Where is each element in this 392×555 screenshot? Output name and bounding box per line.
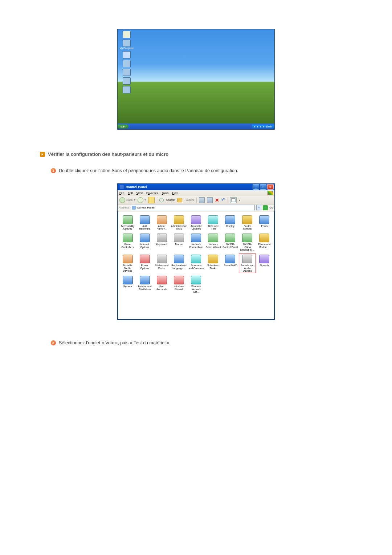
step-1: 1 Double-cliquez sur l'icône Sons et pér… bbox=[51, 168, 356, 174]
start-button[interactable]: start bbox=[118, 125, 128, 129]
step-number-badge: 1 bbox=[51, 168, 56, 173]
control-panel-item[interactable]: Display bbox=[222, 214, 239, 231]
item-label: Folder Options bbox=[240, 225, 255, 230]
control-panel-item[interactable]: Folder Options bbox=[239, 214, 256, 231]
item-label: SoundMAX bbox=[222, 264, 238, 267]
control-panel-item[interactable]: Network Setup Wizard bbox=[205, 232, 222, 252]
item-label: Sounds and Audio Devices bbox=[240, 264, 255, 272]
address-dropdown-button[interactable]: ▾ bbox=[256, 205, 261, 210]
desktop-icon[interactable] bbox=[119, 77, 134, 85]
control-panel-item[interactable]: Accessibility Options bbox=[119, 214, 136, 231]
back-button[interactable]: Back ▾ bbox=[119, 197, 135, 203]
item-label: Accessibility Options bbox=[120, 225, 135, 230]
copy-to-icon[interactable] bbox=[199, 197, 205, 203]
control-panel-item[interactable]: SoundMAX bbox=[222, 254, 239, 273]
item-label: Windows Firewall bbox=[171, 285, 187, 291]
desktop-icon[interactable] bbox=[119, 86, 134, 93]
control-panel-item[interactable]: Taskbar and Start Menu bbox=[136, 275, 153, 294]
control-panel-item[interactable]: Keyboard bbox=[153, 232, 170, 252]
go-button[interactable]: → bbox=[263, 205, 268, 210]
forward-button[interactable]: ▾ bbox=[138, 197, 146, 203]
item-icon bbox=[174, 276, 184, 284]
control-panel-item[interactable]: Mouse bbox=[170, 232, 188, 252]
step-number-badge: 2 bbox=[51, 340, 56, 345]
control-panel-item[interactable]: Add or Remov... bbox=[153, 214, 170, 231]
item-icon bbox=[208, 255, 218, 263]
control-panel-item[interactable]: NVIDIA Control Panel bbox=[222, 232, 239, 252]
item-icon bbox=[191, 234, 201, 242]
control-panel-item[interactable]: NVIDIA nView Desktop M... bbox=[239, 232, 256, 252]
control-panel-item[interactable]: Speech bbox=[256, 254, 273, 273]
up-button[interactable] bbox=[148, 197, 155, 203]
control-panel-item[interactable]: Date and Time bbox=[205, 214, 222, 231]
desktop-icon[interactable] bbox=[119, 69, 134, 76]
item-label: NVIDIA nView Desktop M... bbox=[240, 243, 255, 251]
taskbar: start ●●●● 10:04 bbox=[118, 123, 274, 129]
section-heading-row: Vérifier la configuration des haut-parle… bbox=[40, 151, 356, 157]
section-title: Vérifier la configuration des haut-parle… bbox=[48, 151, 168, 157]
control-panel-icon bbox=[120, 185, 124, 189]
undo-icon[interactable]: ↶ bbox=[221, 198, 225, 202]
address-field[interactable]: Control Panel bbox=[131, 205, 255, 210]
system-tray[interactable]: ●●●● 10:04 bbox=[252, 125, 274, 129]
control-panel-item[interactable]: Game Controllers bbox=[119, 232, 136, 252]
control-panel-item[interactable]: Scanners and Cameras bbox=[188, 254, 205, 273]
delete-icon[interactable]: ✕ bbox=[215, 198, 219, 203]
control-panel-item[interactable]: Administrative Tools bbox=[170, 214, 188, 231]
desktop-icon-mycomputer[interactable]: My Computer bbox=[119, 40, 134, 50]
move-to-icon[interactable] bbox=[207, 197, 213, 203]
separator-icon bbox=[157, 197, 157, 203]
item-label: Wireless Network Set... bbox=[188, 285, 204, 293]
control-panel-item[interactable]: Windows Firewall bbox=[170, 275, 188, 294]
item-icon bbox=[123, 276, 133, 284]
desktop-icon-label: My Computer bbox=[119, 47, 134, 50]
step-1-text: Double-cliquez sur l'icône Sons et périp… bbox=[59, 168, 238, 174]
control-panel-item[interactable]: Network Connections bbox=[188, 232, 205, 252]
item-icon bbox=[123, 215, 133, 224]
menu-help[interactable]: Help bbox=[172, 191, 178, 195]
control-panel-item[interactable]: Phone and Modem ... bbox=[256, 232, 273, 252]
menu-tools[interactable]: Tools bbox=[162, 191, 169, 195]
menu-edit[interactable]: Edit bbox=[128, 191, 133, 195]
control-panel-item[interactable]: Automatic Updates bbox=[188, 214, 205, 231]
search-button[interactable]: Search bbox=[159, 198, 175, 202]
item-icon bbox=[259, 255, 269, 263]
control-panel-item[interactable]: Fonts bbox=[256, 214, 273, 231]
item-icon bbox=[191, 276, 201, 284]
control-panel-items-grid: Accessibility OptionsAdd HardwareAdd or … bbox=[119, 214, 273, 295]
desktop-icon[interactable] bbox=[119, 51, 134, 58]
minimize-button[interactable]: _ bbox=[253, 184, 259, 190]
folders-button[interactable]: Folders bbox=[177, 198, 194, 202]
control-panel-item[interactable]: Add Hardware bbox=[136, 214, 153, 231]
window-title: Control Panel bbox=[126, 185, 147, 189]
control-panel-item[interactable]: Scheduled Tasks bbox=[205, 254, 222, 273]
control-panel-small-icon bbox=[132, 206, 136, 210]
menu-file[interactable]: File bbox=[119, 191, 124, 195]
views-button[interactable] bbox=[230, 197, 237, 203]
control-panel-item[interactable]: Wireless Network Set... bbox=[188, 275, 205, 294]
desktop-icon-recycle[interactable] bbox=[119, 31, 134, 38]
menu-favorites[interactable]: Favorites bbox=[146, 191, 158, 195]
control-panel-item[interactable]: User Accounts bbox=[153, 275, 170, 294]
address-bar: Address Control Panel ▾ → Go bbox=[118, 204, 274, 211]
control-panel-item[interactable]: Regional and Language ... bbox=[170, 254, 188, 273]
control-panel-item[interactable]: System bbox=[119, 275, 136, 294]
control-panel-item[interactable]: Power Options bbox=[136, 254, 153, 273]
control-panel-item[interactable]: Sounds and Audio Devices bbox=[239, 254, 256, 273]
close-button[interactable]: × bbox=[267, 184, 274, 190]
control-panel-item[interactable]: Printers and Faxes bbox=[153, 254, 170, 273]
desktop-icon[interactable] bbox=[119, 60, 134, 67]
item-icon bbox=[208, 215, 218, 224]
document-page: My Computer start ●●●● 10:04 Vérifier la… bbox=[0, 0, 392, 377]
maximize-button[interactable]: □ bbox=[260, 184, 266, 190]
menu-view[interactable]: View bbox=[136, 191, 143, 195]
arrow-bullet-icon bbox=[40, 152, 45, 157]
item-icon bbox=[174, 234, 184, 242]
item-icon bbox=[174, 215, 184, 224]
item-icon bbox=[191, 255, 201, 263]
control-panel-item[interactable]: Portable Media Devices bbox=[119, 254, 136, 273]
control-panel-item[interactable]: Internet Options bbox=[136, 232, 153, 252]
window-titlebar[interactable]: Control Panel _ □ × bbox=[118, 184, 274, 190]
window-buttons: _ □ × bbox=[253, 184, 274, 190]
item-label: Network Connections bbox=[188, 243, 204, 248]
